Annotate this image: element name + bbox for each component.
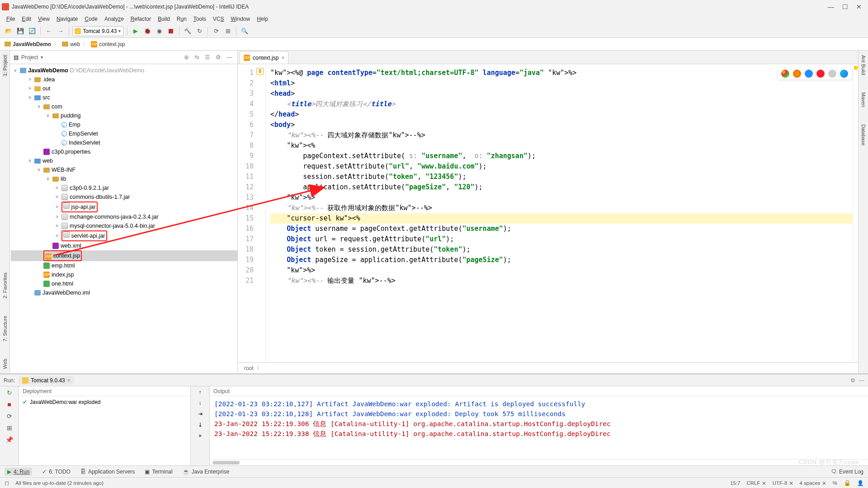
back-icon[interactable]: ← — [44, 26, 54, 36]
expander-icon[interactable]: > — [54, 183, 60, 192]
tree-node[interactable]: >.idea — [11, 75, 237, 84]
stop-icon[interactable]: ■ — [7, 401, 11, 408]
indent[interactable]: 4 spaces ⨯ — [800, 480, 826, 486]
search-icon[interactable]: 🔍 — [240, 26, 250, 36]
menu-code[interactable]: Code — [82, 15, 100, 23]
expander-icon[interactable]: > — [54, 202, 60, 211]
warning-marker[interactable] — [854, 66, 858, 70]
menu-navigate[interactable]: Navigate — [54, 15, 80, 23]
menu-analyze[interactable]: Analyze — [102, 15, 127, 23]
pin-icon[interactable]: 📌 — [5, 436, 13, 443]
coverage-icon[interactable]: ◉ — [154, 26, 164, 36]
debug-icon[interactable]: 🐞 — [142, 26, 152, 36]
menu-view[interactable]: View — [35, 15, 52, 23]
restart-icon[interactable]: ⟳ — [7, 413, 12, 420]
line-sep[interactable]: CRLF ⨯ — [747, 480, 766, 486]
menu-edit[interactable]: Edit — [19, 15, 34, 23]
safari-icon[interactable] — [805, 70, 813, 78]
down-icon[interactable]: ↓ — [199, 400, 202, 406]
crumb-file[interactable]: JSPcontext.jsp — [91, 41, 125, 47]
deployment-body[interactable]: ✔ JavaWebDemo:war exploded — [19, 396, 190, 465]
expander-icon[interactable]: > — [54, 231, 60, 240]
tw-database[interactable]: Database — [861, 122, 866, 147]
firefox-icon[interactable] — [793, 70, 801, 78]
tree-node[interactable]: emp.html — [11, 261, 237, 270]
save-icon[interactable]: 💾 — [15, 26, 25, 36]
output-text[interactable]: [2022-01-23 03:22:10,127] Artifact JavaW… — [210, 396, 868, 459]
tree-node[interactable]: > jsp-api.jar — [11, 202, 237, 212]
minimize-button[interactable]: — — [828, 3, 834, 10]
deployment-item[interactable]: ✔ JavaWebDemo:war exploded — [23, 399, 187, 405]
expand-icon[interactable]: ⇆ — [193, 54, 201, 61]
close-icon[interactable]: × — [67, 377, 71, 384]
tree-node[interactable]: >commons-dbutils-1.7.jar — [11, 192, 237, 202]
scroll-icon[interactable]: ⤓ — [198, 422, 203, 428]
tree-node[interactable]: one.html — [11, 279, 237, 288]
tw-appservers-button[interactable]: 🗄Application Servers — [80, 469, 135, 475]
code-area[interactable]: "kw"><%@ page contentType="text/html;cha… — [266, 64, 853, 362]
expander-icon[interactable]: > — [27, 75, 33, 84]
maximize-button[interactable]: ☐ — [842, 3, 848, 10]
project-tree[interactable]: v JavaWebDemo D:\IDEA\code\JavaWebDemo >… — [10, 64, 237, 373]
update-icon[interactable]: ⟳ — [211, 26, 221, 36]
gear-icon[interactable]: ⚙ — [214, 54, 222, 61]
expander-icon[interactable]: v — [13, 66, 18, 75]
run-config-select[interactable]: Tomcat 9.0.43 ▾ — [72, 26, 124, 36]
menu-bar[interactable]: File Edit View Navigate Code Analyze Ref… — [0, 14, 868, 24]
expander-icon[interactable]: v — [27, 156, 33, 165]
lock-icon[interactable]: 🔒 — [844, 479, 851, 486]
sync-icon[interactable]: 🔄 — [27, 26, 37, 36]
expander-icon[interactable]: > — [54, 221, 60, 230]
status-window-icon[interactable]: ◻ — [5, 480, 9, 486]
menu-window[interactable]: Window — [228, 15, 253, 23]
tree-node[interactable]: >c3p0-0.9.2.1.jar — [11, 183, 237, 192]
crumb-project[interactable]: JavaWebDemo — [5, 41, 51, 47]
layout-icon[interactable]: ⊞ — [7, 424, 12, 432]
encoding[interactable]: UTF-8 ⨯ — [773, 480, 793, 486]
tw-maven[interactable]: Maven — [861, 90, 866, 109]
tree-node[interactable]: JSP context.jsp — [11, 250, 237, 261]
run-config-tab[interactable]: Tomcat 9.0.43 × — [19, 376, 74, 385]
tree-node[interactable]: JavaWebDemo.iml — [11, 288, 237, 297]
edge-icon[interactable] — [840, 70, 848, 78]
up-icon[interactable]: ↑ — [199, 389, 202, 395]
menu-tools[interactable]: Tools — [191, 15, 209, 23]
project-panel-title[interactable]: Project — [21, 54, 38, 61]
menu-file[interactable]: File — [4, 15, 18, 23]
menu-run[interactable]: Run — [174, 15, 189, 23]
opera-icon[interactable] — [816, 70, 825, 78]
hide-icon[interactable]: — — [225, 54, 234, 61]
menu-refactor[interactable]: Refactor — [128, 15, 154, 23]
project-scope-icon[interactable]: ▤ — [14, 54, 19, 61]
expander-icon[interactable]: v — [27, 93, 33, 102]
tw-structure[interactable]: 7: Structure — [2, 314, 8, 343]
expander-icon[interactable]: v — [36, 165, 42, 174]
open-icon[interactable]: 📂 — [4, 26, 14, 36]
stop-button[interactable] — [166, 26, 176, 36]
tw-javaee-button[interactable]: ☕Java Enterprise — [183, 469, 229, 475]
expander-icon[interactable]: v — [45, 174, 51, 183]
run-icon[interactable]: ▶ — [131, 26, 141, 36]
tree-node[interactable]: web.xml — [11, 241, 237, 250]
tree-node[interactable]: vweb — [11, 156, 237, 165]
gear-icon[interactable]: ⚙ — [850, 377, 855, 384]
tree-node[interactable]: Emp — [11, 120, 237, 129]
tree-node[interactable]: vcom — [11, 102, 237, 111]
tab-context-jsp[interactable]: JSP context.jsp × — [240, 51, 288, 64]
expander-icon[interactable]: > — [27, 84, 33, 93]
expander-icon[interactable]: v — [45, 111, 51, 120]
locate-icon[interactable]: ⊕ — [183, 54, 190, 61]
tree-node[interactable]: EmpServlet — [11, 129, 237, 138]
context[interactable]: % — [833, 480, 837, 486]
tree-node[interactable]: >out — [11, 84, 237, 93]
expander-icon[interactable]: > — [54, 212, 60, 221]
chrome-icon[interactable] — [781, 70, 789, 78]
chevron-down-icon[interactable]: ▾ — [41, 55, 43, 60]
tree-node[interactable]: > servlet-api.jar — [11, 230, 237, 241]
wrap-icon[interactable]: ⇥ — [198, 411, 203, 417]
close-icon[interactable]: × — [281, 55, 284, 61]
structure-icon[interactable]: ⊞ — [223, 26, 233, 36]
tw-web[interactable]: Web — [2, 357, 8, 371]
rerun-icon[interactable]: ↻ — [194, 26, 204, 36]
tree-root[interactable]: v JavaWebDemo D:\IDEA\code\JavaWebDemo — [11, 66, 237, 75]
